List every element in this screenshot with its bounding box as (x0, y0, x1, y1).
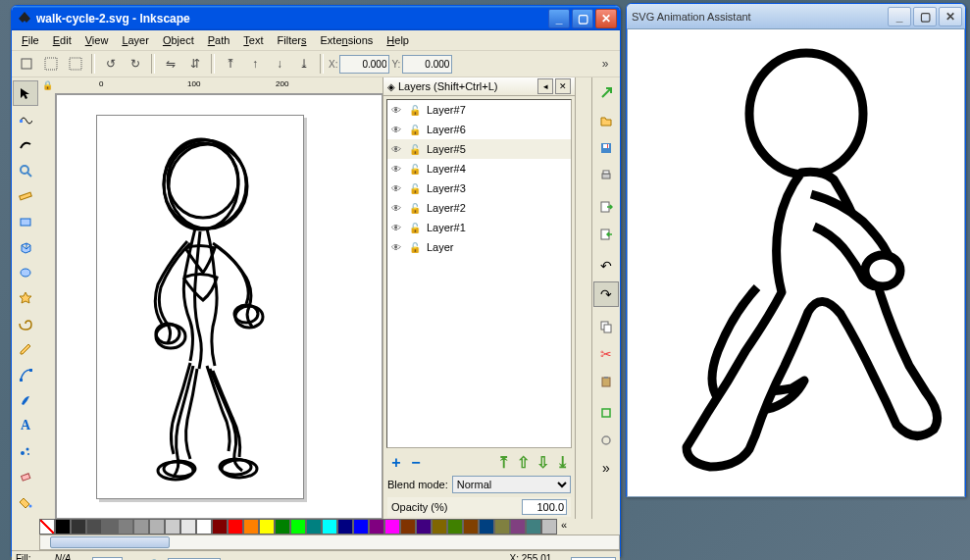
palette-swatch[interactable] (86, 519, 102, 535)
zoom-input[interactable] (571, 557, 616, 561)
scrollbar-thumb[interactable] (50, 536, 170, 548)
lock-icon[interactable]: 🔓 (409, 105, 421, 116)
cut-icon[interactable]: ✂ (594, 342, 618, 366)
menu-help[interactable]: Help (381, 32, 415, 48)
menu-path[interactable]: Path (202, 32, 236, 48)
palette-swatch[interactable] (149, 519, 165, 535)
lower-bottom-icon[interactable]: ⤓ (293, 53, 315, 75)
copy-icon[interactable] (594, 315, 618, 338)
palette-swatch[interactable] (39, 519, 55, 535)
ruler-lock-icon[interactable]: 🔒 (39, 77, 55, 93)
palette-swatch[interactable] (259, 519, 275, 535)
panel-prev-icon[interactable]: ◂ (537, 78, 553, 94)
remove-layer-button[interactable]: − (407, 454, 425, 472)
minimize-button[interactable]: _ (548, 9, 570, 28)
lock-icon[interactable]: 🔓 (409, 144, 421, 155)
tweak-tool[interactable] (14, 133, 37, 157)
palette-swatch[interactable] (541, 519, 557, 535)
palette-swatch[interactable] (133, 519, 149, 535)
snap-tool-1[interactable] (594, 81, 618, 105)
calligraphy-tool[interactable] (14, 388, 37, 412)
eye-icon[interactable]: 👁 (391, 183, 403, 194)
palette-swatch[interactable] (384, 519, 400, 535)
zoom-tool[interactable] (14, 159, 37, 182)
layer-row-6[interactable]: 👁🔓Layer#6 (387, 120, 571, 139)
palette-swatch[interactable] (196, 519, 212, 535)
3dbox-tool[interactable] (14, 235, 37, 259)
horizontal-scrollbar[interactable] (39, 535, 620, 550)
blend-mode-select[interactable]: Normal (452, 476, 571, 493)
print-icon[interactable] (594, 164, 618, 187)
layer-row-1[interactable]: 👁🔓Layer#1 (387, 218, 571, 237)
assistant-close-button[interactable]: ✕ (939, 7, 962, 26)
selector-tool[interactable] (13, 80, 38, 106)
lower-icon[interactable]: ↓ (269, 53, 290, 75)
text-tool[interactable]: A (14, 414, 37, 437)
star-tool[interactable] (14, 286, 37, 310)
eye-icon[interactable]: 👁 (391, 105, 403, 116)
paste-icon[interactable] (594, 370, 618, 393)
palette-swatch[interactable] (510, 519, 526, 535)
palette-swatch[interactable] (447, 519, 463, 535)
palette-swatch[interactable] (306, 519, 322, 535)
raise-icon[interactable]: ↑ (244, 53, 266, 75)
opacity-input[interactable] (522, 499, 567, 515)
pencil-tool[interactable] (14, 337, 37, 361)
measure-tool[interactable] (14, 184, 37, 208)
raise-top-icon[interactable]: ⤒ (220, 53, 241, 75)
layers-panel-header[interactable]: ◈ Layers (Shift+Ctrl+L) ◂ ✕ (383, 77, 575, 96)
ruler-vertical[interactable] (39, 94, 56, 519)
export-icon[interactable] (594, 223, 618, 246)
menu-layer[interactable]: Layer (116, 32, 155, 48)
layer-row-4[interactable]: 👁🔓Layer#4 (387, 159, 571, 178)
assistant-minimize-button[interactable]: _ (888, 7, 911, 26)
menu-edit[interactable]: Edit (47, 32, 77, 48)
menu-view[interactable]: View (79, 32, 115, 48)
rect-tool[interactable] (14, 210, 37, 233)
add-layer-button[interactable]: + (387, 454, 405, 472)
rotate-ccw-icon[interactable]: ↺ (100, 53, 122, 75)
eye-icon[interactable]: 👁 (391, 223, 403, 233)
palette-swatch[interactable] (275, 519, 290, 535)
palette-swatch[interactable] (494, 519, 510, 535)
assistant-titlebar[interactable]: SVG Animation Assistant _ ▢ ✕ (627, 4, 965, 29)
layer-row-3[interactable]: 👁🔓Layer#3 (387, 178, 571, 198)
paintbucket-tool[interactable] (14, 490, 37, 514)
bezier-tool[interactable] (14, 363, 37, 386)
menu-file[interactable]: File (16, 32, 45, 48)
palette-overflow-icon[interactable]: « (557, 519, 571, 535)
lock-icon[interactable]: 🔓 (409, 242, 421, 253)
palette-swatch[interactable] (416, 519, 432, 535)
open-icon[interactable] (594, 109, 618, 132)
lock-icon[interactable]: 🔓 (409, 125, 421, 135)
palette-swatch[interactable] (71, 519, 86, 535)
dock-overflow-icon[interactable]: » (594, 456, 618, 480)
layer-up-button[interactable]: ⇧ (514, 453, 532, 472)
rotate-cw-icon[interactable]: ↻ (125, 53, 146, 75)
menu-object[interactable]: Object (157, 32, 200, 48)
canvas[interactable] (56, 94, 383, 519)
palette-swatch[interactable] (337, 519, 353, 535)
eye-icon[interactable]: 👁 (391, 242, 403, 253)
eye-icon[interactable]: 👁 (391, 203, 403, 214)
snap-btn-b[interactable] (594, 429, 618, 452)
layer-row-0[interactable]: 👁🔓Layer (387, 237, 571, 257)
palette-swatch[interactable] (118, 519, 133, 535)
layer-bottom-button[interactable]: ⤓ (553, 453, 571, 472)
palette-swatch[interactable] (102, 519, 118, 535)
tool-btn-2[interactable] (40, 53, 62, 75)
ruler-horizontal[interactable]: 0 100 200 (55, 77, 383, 94)
assistant-maximize-button[interactable]: ▢ (913, 7, 937, 26)
palette-swatch[interactable] (432, 519, 447, 535)
lock-icon[interactable]: 🔓 (409, 183, 421, 194)
palette-swatch[interactable] (212, 519, 228, 535)
palette-swatch[interactable] (290, 519, 306, 535)
layer-row-5[interactable]: 👁🔓Layer#5 (387, 139, 571, 159)
tool-btn-1[interactable] (16, 53, 37, 75)
eye-icon[interactable]: 👁 (391, 144, 403, 155)
layer-top-button[interactable]: ⤒ (494, 453, 512, 472)
palette-swatch[interactable] (479, 519, 494, 535)
palette-swatch[interactable] (400, 519, 416, 535)
opacity-o-input[interactable] (92, 557, 123, 561)
panel-close-icon[interactable]: ✕ (555, 78, 571, 94)
